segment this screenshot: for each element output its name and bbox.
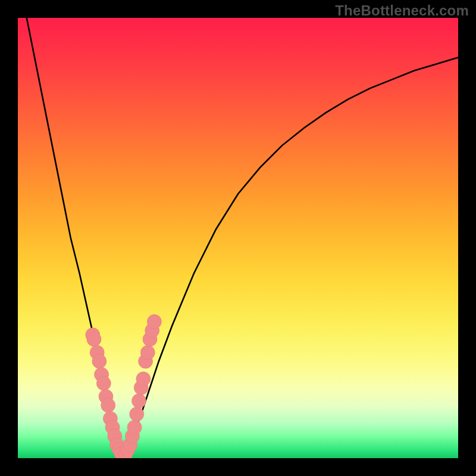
svg-point-19 [127, 420, 142, 434]
svg-point-5 [96, 376, 111, 390]
svg-point-21 [132, 394, 146, 408]
watermark-text: TheBottleneck.com [335, 2, 469, 19]
svg-point-20 [130, 407, 144, 421]
svg-point-25 [140, 345, 155, 359]
svg-point-3 [92, 354, 107, 368]
svg-point-1 [87, 332, 101, 346]
bottleneck-curve [18, 18, 458, 458]
svg-point-23 [136, 372, 151, 386]
curve-layer [18, 18, 458, 458]
plot-area [18, 18, 458, 458]
svg-point-7 [101, 398, 115, 412]
svg-point-28 [147, 315, 161, 329]
chart-frame: TheBottleneck.com [0, 0, 476, 476]
